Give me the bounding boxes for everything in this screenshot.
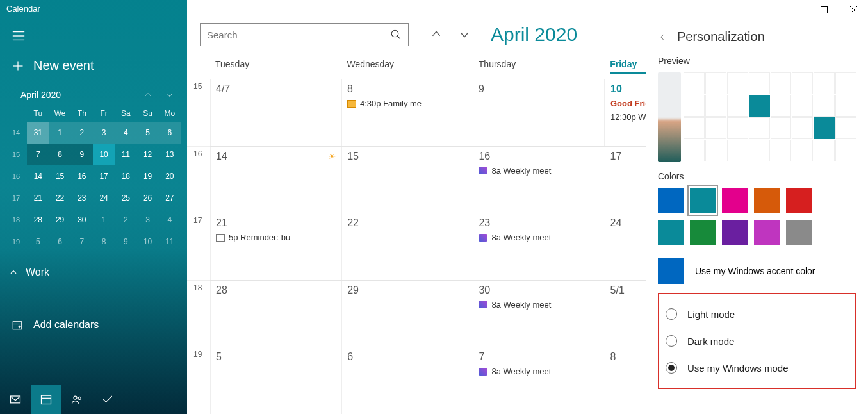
sidebar-section-work[interactable]: Work bbox=[0, 253, 187, 285]
search-input[interactable] bbox=[207, 29, 390, 40]
calendar-day[interactable]: 5 bbox=[210, 347, 342, 414]
theme-radio[interactable]: Dark mode bbox=[663, 327, 851, 354]
new-event-button[interactable]: New event bbox=[0, 54, 187, 86]
calendar-day[interactable]: 15 bbox=[342, 147, 473, 213]
mini-calendar-month[interactable]: April 2020 bbox=[20, 90, 143, 100]
minical-day[interactable]: 7 bbox=[71, 231, 93, 253]
minical-day[interactable]: 1 bbox=[93, 209, 115, 231]
minical-day[interactable]: 23 bbox=[71, 187, 93, 209]
calendar-event[interactable]: 5p Reminder: bu bbox=[216, 233, 336, 242]
minical-day[interactable]: 22 bbox=[49, 187, 71, 209]
color-swatch[interactable] bbox=[754, 220, 780, 245]
minical-day[interactable]: 4 bbox=[159, 209, 181, 231]
minical-day[interactable]: 21 bbox=[27, 187, 49, 209]
minical-day[interactable]: 30 bbox=[71, 209, 93, 231]
calendar-event[interactable]: 8a Weekly meet bbox=[479, 300, 599, 310]
minical-day[interactable]: 6 bbox=[49, 231, 71, 253]
minical-day[interactable]: 18 bbox=[115, 165, 136, 187]
calendar-day[interactable]: 28 bbox=[210, 281, 342, 347]
minical-day[interactable]: 9 bbox=[71, 144, 93, 165]
calendar-day[interactable]: 9 bbox=[473, 79, 605, 146]
minical-day[interactable]: 17 bbox=[93, 165, 115, 187]
minical-day[interactable]: 7 bbox=[27, 144, 49, 165]
month-prev[interactable] bbox=[429, 28, 443, 42]
sidebar-bottom-nav bbox=[0, 385, 187, 414]
calendar-day[interactable]: 215p Reminder: bu bbox=[210, 213, 342, 280]
window-maximize[interactable] bbox=[809, 0, 839, 19]
minical-day[interactable]: 28 bbox=[27, 209, 49, 231]
minical-day[interactable]: 3 bbox=[137, 209, 159, 231]
arrow-down-icon[interactable] bbox=[165, 90, 174, 99]
color-swatch[interactable] bbox=[690, 220, 716, 245]
minical-day[interactable]: 3 bbox=[93, 122, 115, 144]
minical-day[interactable]: 8 bbox=[93, 231, 115, 253]
theme-radio[interactable]: Use my Windows mode bbox=[663, 354, 851, 381]
color-swatch[interactable] bbox=[754, 188, 780, 213]
minical-day[interactable]: 4 bbox=[115, 122, 136, 144]
color-swatch[interactable] bbox=[690, 188, 716, 213]
minical-day[interactable]: 27 bbox=[159, 187, 181, 209]
window-minimize[interactable] bbox=[780, 0, 809, 19]
calendar-day[interactable]: 29 bbox=[342, 281, 473, 347]
minical-day[interactable]: 11 bbox=[159, 231, 181, 253]
calendar-day[interactable]: 238a Weekly meet bbox=[473, 213, 605, 280]
minical-day[interactable]: 10 bbox=[93, 144, 115, 165]
minical-day[interactable]: 19 bbox=[137, 165, 159, 187]
minical-day[interactable]: 2 bbox=[115, 209, 136, 231]
minical-day[interactable]: 12 bbox=[137, 144, 159, 165]
calendar-day[interactable]: 22 bbox=[342, 213, 473, 280]
add-calendars-button[interactable]: Add calendars bbox=[0, 310, 187, 340]
minical-day[interactable]: 15 bbox=[49, 165, 71, 187]
hamburger-button[interactable] bbox=[0, 17, 187, 54]
calendar-event[interactable]: 4:30p Family me bbox=[347, 99, 468, 108]
calendar-day[interactable]: 84:30p Family me bbox=[342, 79, 473, 146]
minical-day[interactable]: 9 bbox=[115, 231, 136, 253]
minical-day[interactable]: 25 bbox=[115, 187, 136, 209]
window-close[interactable] bbox=[839, 0, 868, 19]
minical-day[interactable]: 31 bbox=[27, 122, 49, 144]
back-icon[interactable] bbox=[658, 33, 667, 42]
search-box[interactable] bbox=[200, 23, 409, 46]
month-label[interactable]: April 2020 bbox=[491, 24, 577, 46]
calendar-event[interactable]: 8a Weekly meet bbox=[479, 367, 599, 376]
radio-label: Dark mode bbox=[687, 336, 734, 347]
month-next[interactable] bbox=[457, 28, 471, 42]
calendar-event[interactable]: 8a Weekly meet bbox=[479, 166, 599, 176]
minical-day[interactable]: 13 bbox=[159, 144, 181, 165]
minical-day[interactable]: 26 bbox=[137, 187, 159, 209]
nav-mail[interactable] bbox=[0, 385, 31, 414]
theme-radio[interactable]: Light mode bbox=[663, 301, 851, 327]
minical-day[interactable]: 29 bbox=[49, 209, 71, 231]
search-icon[interactable] bbox=[390, 29, 402, 40]
minical-day[interactable]: 1 bbox=[49, 122, 71, 144]
minical-day[interactable]: 24 bbox=[93, 187, 115, 209]
minical-day[interactable]: 11 bbox=[115, 144, 136, 165]
color-swatch[interactable] bbox=[658, 220, 684, 245]
calendar-day[interactable]: 308a Weekly meet bbox=[473, 281, 605, 347]
nav-todo[interactable] bbox=[92, 385, 123, 414]
arrow-up-icon[interactable] bbox=[143, 90, 152, 99]
color-swatch[interactable] bbox=[722, 188, 748, 213]
color-swatch[interactable] bbox=[786, 220, 812, 245]
minical-day[interactable]: 5 bbox=[27, 231, 49, 253]
minical-day[interactable]: 20 bbox=[159, 165, 181, 187]
calendar-event[interactable]: 8a Weekly meet bbox=[479, 233, 599, 242]
calendar-day[interactable]: 78a Weekly meet bbox=[473, 347, 605, 414]
minical-day[interactable]: 10 bbox=[137, 231, 159, 253]
minical-day[interactable]: 5 bbox=[137, 122, 159, 144]
minical-day[interactable]: 16 bbox=[71, 165, 93, 187]
accent-row[interactable]: Use my Windows accent color bbox=[658, 258, 856, 284]
color-swatch[interactable] bbox=[786, 188, 812, 213]
calendar-day[interactable]: 14☀ bbox=[210, 147, 342, 213]
minical-day[interactable]: 2 bbox=[71, 122, 93, 144]
color-swatch[interactable] bbox=[722, 220, 748, 245]
minical-day[interactable]: 6 bbox=[159, 122, 181, 144]
minical-day[interactable]: 8 bbox=[49, 144, 71, 165]
calendar-day[interactable]: 168a Weekly meet bbox=[473, 147, 605, 213]
minical-day[interactable]: 14 bbox=[27, 165, 49, 187]
color-swatch[interactable] bbox=[658, 188, 684, 213]
nav-calendar[interactable] bbox=[31, 385, 61, 414]
calendar-day[interactable]: 4/7 bbox=[210, 79, 342, 146]
nav-people[interactable] bbox=[61, 385, 92, 414]
calendar-day[interactable]: 6 bbox=[342, 347, 473, 414]
